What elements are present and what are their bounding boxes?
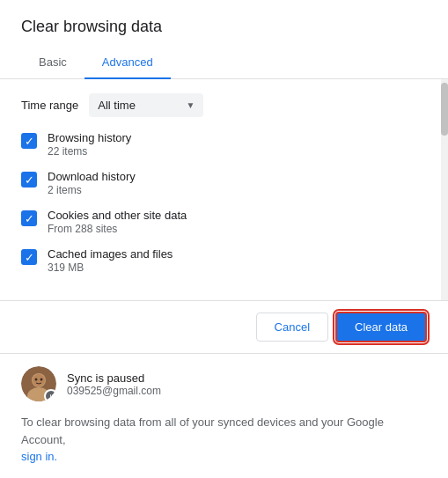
svg-point-3 <box>33 374 45 386</box>
list-item: ✓ Browsing history 22 items <box>21 131 420 158</box>
cookies-label: Cookies and other site data <box>48 209 187 222</box>
download-history-label: Download history <box>48 170 136 183</box>
check-icon: ✓ <box>25 174 34 186</box>
list-item: ✓ Cookies and other site data From 288 s… <box>21 209 420 235</box>
sync-message-area: To clear browsing data from all of your … <box>0 414 448 478</box>
scrollbar-thumb[interactable] <box>441 83 448 136</box>
sync-message-text: To clear browsing data from all of your … <box>21 415 384 446</box>
tab-basic[interactable]: Basic <box>21 47 84 79</box>
sign-in-link[interactable]: sign in. <box>21 450 57 463</box>
download-history-sub: 2 items <box>48 184 136 196</box>
download-history-checkbox[interactable]: ✓ <box>21 172 37 188</box>
time-range-row: Time range All time ▼ <box>21 93 420 117</box>
sync-status: Sync is paused <box>67 371 161 385</box>
pause-badge: ⏸ <box>44 389 56 401</box>
check-icon: ✓ <box>25 213 34 224</box>
cached-label: Cached images and files <box>48 247 173 261</box>
avatar: ⏸ <box>21 366 56 401</box>
sync-email: 039525@gmail.com <box>67 385 161 397</box>
clear-browsing-data-dialog: Clear browsing data Basic Advanced Time … <box>0 0 448 478</box>
check-icon: ✓ <box>25 252 34 263</box>
svg-point-5 <box>40 379 43 381</box>
svg-point-4 <box>35 379 38 381</box>
time-range-value: All time <box>98 99 136 112</box>
time-range-select[interactable]: All time ▼ <box>89 93 203 117</box>
sync-section: ⏸ Sync is paused 039525@gmail.com <box>0 353 448 414</box>
dropdown-arrow-icon: ▼ <box>186 100 195 110</box>
list-item: ✓ Download history 2 items <box>21 170 420 196</box>
dialog-actions: Cancel Clear data <box>0 300 448 353</box>
cached-sub: 319 MB <box>48 261 173 274</box>
list-item: ✓ Cached images and files 319 MB <box>21 247 420 274</box>
time-range-label: Time range <box>21 99 78 112</box>
check-icon: ✓ <box>25 136 34 147</box>
scrollable-content: Time range All time ▼ ✓ Browsing history… <box>0 79 441 300</box>
dialog-title: Clear browsing data <box>0 0 448 47</box>
cached-checkbox[interactable]: ✓ <box>21 249 37 265</box>
tab-advanced[interactable]: Advanced <box>84 47 171 79</box>
tab-bar: Basic Advanced <box>0 47 448 79</box>
cookies-checkbox[interactable]: ✓ <box>21 210 37 226</box>
clear-data-button[interactable]: Clear data <box>335 312 427 342</box>
content-area: Time range All time ▼ ✓ Browsing history… <box>0 79 448 300</box>
browsing-history-checkbox[interactable]: ✓ <box>21 133 37 149</box>
pause-icon: ⏸ <box>46 391 56 401</box>
cookies-sub: From 288 sites <box>48 223 187 235</box>
scrollbar-track[interactable] <box>441 79 448 300</box>
browsing-history-sub: 22 items <box>48 145 131 158</box>
browsing-history-label: Browsing history <box>48 131 131 144</box>
cancel-button[interactable]: Cancel <box>256 313 328 342</box>
